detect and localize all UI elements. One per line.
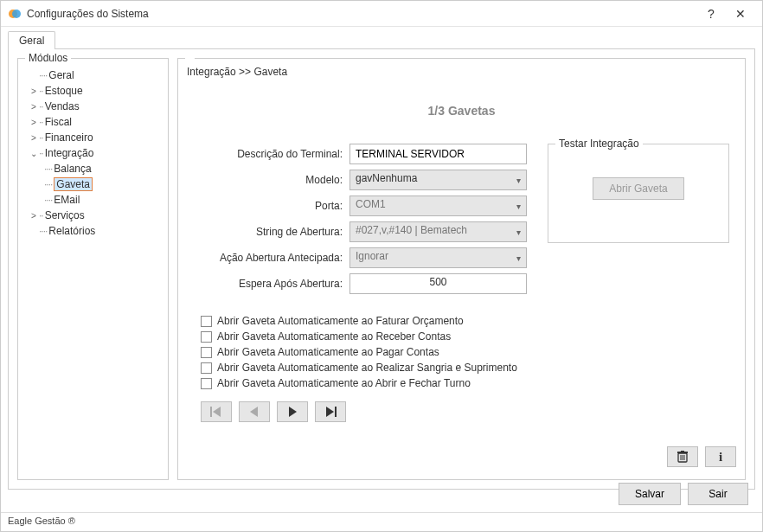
titlebar: Configurações do Sistema ? ✕ — [1, 1, 762, 27]
modules-legend: Módulos — [25, 52, 71, 64]
tree-item-financeiro[interactable]: > ·· Financeiro — [25, 131, 161, 144]
record-nav — [201, 401, 738, 422]
app-icon — [8, 7, 22, 21]
check-sangria-suprimento[interactable]: Abrir Gaveta Automaticamente ao Realizar… — [201, 362, 738, 374]
tree-item-email[interactable]: ···· EMail — [25, 193, 161, 207]
tree-item-fiscal[interactable]: > ·· Fiscal — [25, 115, 161, 129]
label-descricao: Descrição do Terminal: — [194, 148, 349, 160]
info-icon: i — [719, 450, 722, 465]
checkbox-icon — [201, 378, 212, 389]
trash-icon — [677, 451, 688, 463]
svg-marker-5 — [289, 407, 297, 417]
chevron-right-icon: > — [29, 211, 39, 221]
checkbox-icon — [201, 347, 212, 358]
window-title: Configurações do Sistema — [27, 8, 149, 20]
breadcrumb: Integração >> Gaveta — [187, 66, 738, 78]
status-bar: Eagle Gestão ® — [1, 512, 762, 531]
modules-panel: Módulos ···· Geral > ·· Estoque > ·· Ven… — [17, 58, 169, 480]
exit-button[interactable]: Sair — [688, 483, 748, 505]
tree-item-servicos[interactable]: > ·· Serviços — [25, 208, 161, 222]
chevron-right-icon: > — [29, 87, 39, 96]
check-receber-contas[interactable]: Abrir Gaveta Automaticamente ao Receber … — [201, 330, 738, 343]
test-legend: Testar Integração — [555, 138, 643, 150]
chevron-right-icon: > — [29, 118, 39, 127]
test-integration-panel: Testar Integração Abrir Gaveta — [548, 144, 729, 243]
input-espera[interactable]: 500 — [349, 273, 527, 294]
checkbox-icon — [201, 316, 212, 327]
tab-strip: Geral — [1, 27, 762, 48]
chevron-right-icon: > — [29, 133, 39, 143]
chevron-down-icon: ▾ — [516, 228, 521, 237]
label-acao-antecipada: Ação Abertura Antecipada: — [194, 252, 349, 264]
chevron-down-icon: ▾ — [516, 202, 521, 211]
input-descricao-terminal[interactable] — [349, 144, 527, 164]
label-espera: Espera Após Abertura: — [194, 278, 349, 290]
select-porta: COM1 ▾ — [349, 195, 527, 216]
tree-item-gaveta[interactable]: ···· Gaveta — [25, 177, 161, 191]
select-string-abertura: #027,v,#140 | Bematech ▾ — [349, 221, 527, 242]
select-acao-antecipada: Ignorar ▾ — [349, 247, 527, 268]
skip-last-icon — [324, 407, 337, 417]
delete-button[interactable] — [667, 446, 698, 467]
modules-tree: ···· Geral > ·· Estoque > ·· Vendas > ··… — [25, 66, 161, 239]
svg-point-1 — [12, 10, 21, 18]
svg-rect-2 — [210, 407, 212, 417]
form: Descrição do Terminal: Modelo: gavNenhum… — [194, 144, 530, 299]
tree-item-geral[interactable]: ···· Geral — [25, 68, 161, 82]
label-porta: Porta: — [194, 200, 349, 212]
tab-panel-geral: Módulos ···· Geral > ·· Estoque > ·· Ven… — [8, 48, 755, 490]
tree-item-estoque[interactable]: > ·· Estoque — [25, 84, 161, 98]
checkbox-icon — [201, 331, 212, 343]
svg-rect-7 — [335, 407, 337, 417]
svg-marker-3 — [213, 407, 221, 417]
button-abrir-gaveta[interactable]: Abrir Gaveta — [593, 177, 683, 200]
chevron-right-icon: > — [29, 102, 39, 112]
svg-marker-4 — [250, 407, 258, 417]
close-button[interactable]: ✕ — [726, 2, 755, 26]
tab-geral[interactable]: Geral — [8, 31, 55, 49]
label-modelo: Modelo: — [194, 174, 349, 186]
chevron-down-icon: ▾ — [516, 253, 521, 263]
record-actions: i — [667, 446, 736, 467]
next-icon — [287, 407, 298, 417]
main-panel: Integração >> Gaveta 1/3 Gavetas Descriç… — [177, 58, 746, 480]
tree-item-relatorios[interactable]: ···· Relatórios — [25, 224, 161, 238]
spacer-icon — [29, 71, 39, 80]
help-button[interactable]: ? — [696, 2, 726, 26]
checkbox-group: Abrir Gaveta Automaticamente ao Faturar … — [201, 315, 738, 389]
nav-next-button[interactable] — [277, 401, 308, 422]
nav-first-button[interactable] — [201, 401, 232, 422]
prev-icon — [249, 407, 260, 417]
nav-prev-button[interactable] — [239, 401, 270, 422]
spacer-icon — [29, 227, 39, 236]
tree-item-vendas[interactable]: > ·· Vendas — [25, 99, 161, 113]
record-counter: 1/3 Gavetas — [185, 104, 738, 118]
chevron-down-icon: ▾ — [516, 176, 521, 185]
label-string-abertura: String de Abertura: — [194, 226, 349, 238]
svg-rect-10 — [681, 451, 684, 452]
chevron-down-icon: ⌄ — [29, 149, 39, 158]
skip-first-icon — [210, 407, 222, 417]
select-modelo[interactable]: gavNenhuma ▾ — [349, 170, 527, 190]
check-abrir-fechar-turno[interactable]: Abrir Gaveta Automaticamente ao Abrir e … — [201, 377, 738, 389]
tree-item-integracao[interactable]: ⌄ ·· Integração — [25, 146, 161, 160]
info-button[interactable]: i — [705, 446, 736, 467]
tree-item-balanca[interactable]: ···· Balança — [25, 162, 161, 176]
status-text: Eagle Gestão ® — [8, 516, 75, 526]
checkbox-icon — [201, 362, 212, 374]
save-button[interactable]: Salvar — [619, 483, 681, 505]
check-faturar-orcamento[interactable]: Abrir Gaveta Automaticamente ao Faturar … — [201, 315, 738, 327]
dialog-footer: Salvar Sair — [619, 483, 748, 505]
nav-last-button[interactable] — [315, 401, 346, 422]
svg-marker-6 — [326, 407, 334, 417]
check-pagar-contas[interactable]: Abrir Gaveta Automaticamente ao Pagar Co… — [201, 346, 738, 358]
